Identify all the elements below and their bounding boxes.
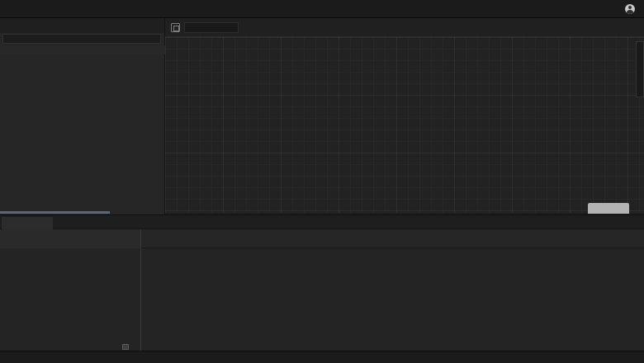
nodegraph-canvas[interactable] xyxy=(165,37,644,213)
properties-panel xyxy=(0,18,165,214)
form-builder-tab[interactable] xyxy=(636,41,644,97)
avatar-head-icon xyxy=(628,6,632,9)
timeline-ruler[interactable] xyxy=(140,229,644,248)
actions-timeline-panel xyxy=(0,214,644,351)
timeline-rows xyxy=(0,248,644,351)
engine-status-bar xyxy=(0,351,644,363)
tree-timeline-divider[interactable] xyxy=(140,229,141,351)
nodegraph-panel xyxy=(165,18,644,213)
timeline-tabbar xyxy=(0,215,644,229)
app-logo xyxy=(7,4,8,13)
timeline-header-left xyxy=(0,229,140,248)
nodegraph-filter-input[interactable] xyxy=(184,22,239,33)
node-wires xyxy=(165,37,644,213)
add-action-button[interactable] xyxy=(59,217,71,229)
header-right xyxy=(619,0,641,18)
properties-list xyxy=(0,54,165,211)
user-avatar[interactable] xyxy=(625,4,635,14)
properties-filter-input[interactable] xyxy=(2,34,161,44)
action-tab[interactable] xyxy=(2,217,53,229)
actions-toggle-button[interactable] xyxy=(588,203,629,214)
avatar-body-icon xyxy=(627,10,633,14)
properties-scrollbar[interactable] xyxy=(0,211,110,214)
reality-hub-window xyxy=(0,0,644,363)
timeline-scroll-corner[interactable] xyxy=(122,344,129,350)
fit-view-icon[interactable] xyxy=(171,23,180,32)
app-header xyxy=(0,0,644,18)
properties-column-headers xyxy=(0,45,165,54)
nodegraph-toolbar xyxy=(165,18,644,37)
properties-tabstrip xyxy=(0,18,164,33)
